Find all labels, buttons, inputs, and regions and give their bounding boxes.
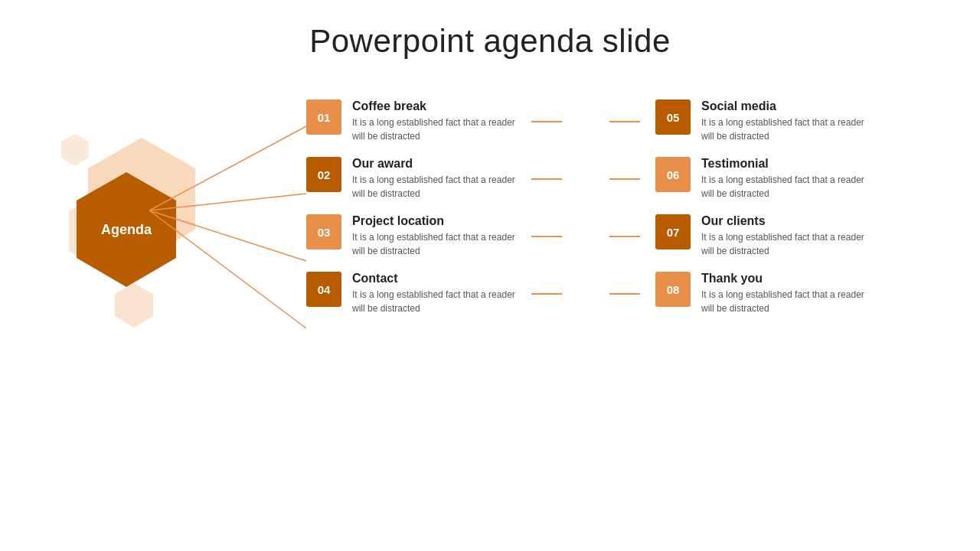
item-text-07: Our clients It is a long established fac… — [701, 214, 865, 258]
hex-small-bottom — [115, 283, 153, 328]
left-item-3: 03 Project location It is a long establi… — [306, 214, 567, 258]
right-item-3: 07 Our clients It is a long established … — [605, 214, 865, 258]
item-desc-05: It is a long established fact that a rea… — [701, 116, 865, 143]
item-title-01: Coffee break — [352, 99, 516, 113]
slide-title: Powerpoint agenda slide — [0, 0, 980, 60]
hex-main: Agenda — [77, 172, 176, 287]
right-item-1: 05 Social media It is a long established… — [605, 99, 865, 143]
item-desc-01: It is a long established fact that a rea… — [352, 116, 516, 143]
left-item-1: 01 Coffee break It is a long established… — [306, 99, 567, 143]
badge-04: 04 — [306, 272, 341, 307]
item-text-08: Thank you It is a long established fact … — [701, 272, 865, 315]
item-title-07: Our clients — [701, 214, 865, 228]
right-item-2: 06 Testimonial It is a long established … — [605, 157, 865, 201]
hex-cluster: Agenda — [46, 130, 214, 360]
slide: Powerpoint agenda slide — [0, 0, 980, 551]
item-text-02: Our award It is a long established fact … — [352, 157, 516, 201]
item-title-04: Contact — [352, 272, 516, 285]
item-text-06: Testimonial It is a long established fac… — [701, 157, 865, 201]
item-title-05: Social media — [701, 99, 865, 113]
separator-line — [609, 178, 640, 180]
item-title-08: Thank you — [701, 272, 865, 285]
item-text-05: Social media It is a long established fa… — [701, 99, 865, 143]
separator-line-right — [531, 121, 562, 122]
badge-05: 05 — [655, 99, 691, 135]
item-text-01: Coffee break It is a long established fa… — [352, 99, 516, 143]
item-text-04: Contact It is a long established fact th… — [352, 272, 516, 315]
separator-line — [609, 236, 640, 237]
left-item-4: 04 Contact It is a long established fact… — [306, 272, 567, 315]
badge-07: 07 — [655, 214, 691, 249]
badge-03: 03 — [306, 214, 341, 249]
separator-line-right — [531, 178, 562, 180]
badge-02: 02 — [306, 157, 341, 192]
item-desc-03: It is a long established fact that a rea… — [352, 230, 516, 258]
item-desc-04: It is a long established fact that a rea… — [352, 288, 516, 315]
right-item-4: 08 Thank you It is a long established fa… — [605, 272, 865, 315]
item-title-02: Our award — [352, 157, 516, 171]
content-area: Agenda 01 Coffee break It is a long e — [0, 92, 980, 551]
left-item-2: 02 Our award It is a long established fa… — [306, 157, 567, 201]
items-left: 01 Coffee break It is a long established… — [306, 99, 567, 315]
item-desc-06: It is a long established fact that a rea… — [701, 173, 865, 201]
separator-line — [609, 121, 640, 122]
item-title-03: Project location — [352, 214, 516, 228]
item-desc-08: It is a long established fact that a rea… — [701, 288, 865, 315]
item-title-06: Testimonial — [701, 157, 865, 171]
separator-line-right — [531, 236, 562, 237]
badge-08: 08 — [655, 272, 691, 307]
agenda-label: Agenda — [101, 222, 152, 238]
svg-marker-3 — [61, 134, 89, 166]
items-right: 05 Social media It is a long established… — [605, 99, 865, 315]
separator-line-right — [531, 293, 562, 295]
item-text-03: Project location It is a long establishe… — [352, 214, 516, 258]
svg-marker-2 — [115, 283, 153, 328]
badge-01: 01 — [306, 99, 341, 135]
item-desc-02: It is a long established fact that a rea… — [352, 173, 516, 201]
badge-06: 06 — [655, 157, 691, 192]
item-desc-07: It is a long established fact that a rea… — [701, 230, 865, 258]
hex-small-top — [61, 134, 89, 166]
separator-line — [609, 293, 640, 295]
